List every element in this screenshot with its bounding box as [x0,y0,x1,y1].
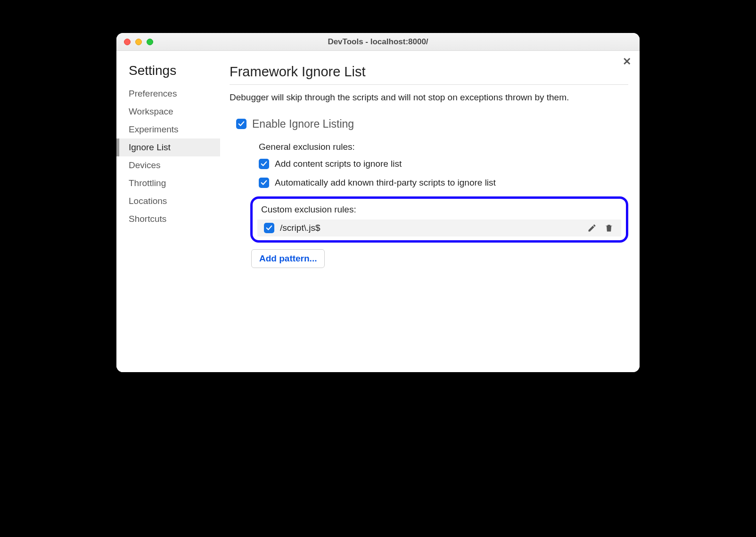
content-scripts-label: Add content scripts to ignore list [275,159,402,169]
sidebar-item-locations[interactable]: Locations [116,192,220,210]
sidebar-item-throttling[interactable]: Throttling [116,174,220,192]
sidebar-item-devices[interactable]: Devices [116,156,220,174]
sidebar-item-workspace[interactable]: Workspace [116,103,220,121]
devtools-window: DevTools - localhost:8000/ ✕ Settings Pr… [116,33,640,372]
custom-exclusion-heading: Custom exclusion rules: [261,204,621,215]
close-icon[interactable]: ✕ [623,57,631,67]
sidebar-title: Settings [116,63,220,85]
enable-ignore-listing-label: Enable Ignore Listing [252,118,354,130]
general-exclusion-heading: General exclusion rules: [259,142,628,152]
edit-icon[interactable] [586,222,598,234]
third-party-scripts-label: Automatically add known third-party scri… [275,178,496,188]
close-window-button[interactable] [124,39,131,45]
third-party-scripts-row[interactable]: Automatically add known third-party scri… [259,178,628,188]
custom-exclusion-highlight: Custom exclusion rules: /script\.js$ [250,196,628,243]
sidebar-item-preferences[interactable]: Preferences [116,85,220,103]
checkmark-icon [261,161,267,167]
checkmark-icon [261,179,267,186]
add-pattern-button[interactable]: Add pattern... [251,249,325,268]
settings-sidebar: Settings Preferences Workspace Experimen… [116,51,220,372]
general-exclusion-section: General exclusion rules: Add content scr… [259,142,628,188]
sidebar-item-shortcuts[interactable]: Shortcuts [116,210,220,228]
titlebar: DevTools - localhost:8000/ [116,33,640,51]
custom-rule-row: /script\.js$ [257,220,621,236]
custom-rule-checkbox[interactable] [264,223,274,233]
window-title: DevTools - localhost:8000/ [116,37,640,47]
content-scripts-row[interactable]: Add content scripts to ignore list [259,159,628,169]
window-controls [124,39,153,45]
minimize-window-button[interactable] [135,39,142,45]
delete-icon[interactable] [603,222,615,234]
content-scripts-checkbox[interactable] [259,159,269,169]
zoom-window-button[interactable] [147,39,153,45]
sidebar-item-ignore-list[interactable]: Ignore List [116,138,220,156]
sidebar-item-experiments[interactable]: Experiments [116,121,220,138]
third-party-scripts-checkbox[interactable] [259,178,269,188]
enable-ignore-listing-checkbox[interactable] [236,119,247,129]
checkmark-icon [266,225,272,231]
panel-description: Debugger will skip through the scripts a… [230,91,628,104]
panel-title: Framework Ignore List [230,64,628,85]
custom-rule-pattern: /script\.js$ [280,223,581,233]
enable-ignore-listing-row[interactable]: Enable Ignore Listing [236,118,628,130]
settings-content: Framework Ignore List Debugger will skip… [220,51,640,372]
checkmark-icon [238,121,245,127]
settings-body: ✕ Settings Preferences Workspace Experim… [116,51,640,372]
